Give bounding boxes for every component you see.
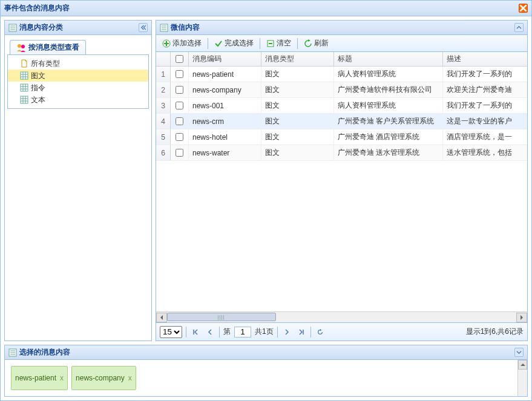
category-panel-title: 消息内容分类 [19, 22, 63, 33]
prev-page-button[interactable] [205, 327, 215, 337]
table-row[interactable]: 5news-hotel图文广州爱奇迪 酒店管理系统酒店管理系统，是一 [156, 129, 527, 145]
separator [208, 38, 208, 49]
refresh-button[interactable]: 刷新 [300, 37, 332, 50]
tag-label: news-patient [15, 374, 56, 382]
tag-label: news-company [76, 374, 125, 382]
row-checkbox[interactable] [176, 133, 183, 141]
category-panel-header: 消息内容分类 [5, 21, 151, 35]
window-close-button[interactable] [519, 4, 528, 13]
cell-title: 病人资料管理系统 [334, 67, 443, 82]
col-header-title[interactable]: 标题 [334, 52, 443, 66]
scroll-up-arrow[interactable] [518, 360, 527, 370]
cell-desc: 这是一款专业的客户 [443, 114, 527, 129]
svg-rect-11 [21, 84, 28, 91]
col-header-code[interactable]: 消息编码 [189, 52, 261, 66]
done-label: 完成选择 [225, 38, 254, 48]
row-checkbox[interactable] [176, 149, 183, 157]
next-page-button[interactable] [281, 327, 292, 337]
row-checkbox[interactable] [176, 102, 183, 109]
window-title: 事件包含的消息内容 [4, 3, 70, 13]
cell-desc: 欢迎关注广州爱奇迪 [443, 82, 527, 97]
cell-title: 广州爱奇迪 酒店管理系统 [334, 129, 443, 145]
plus-icon [162, 39, 171, 48]
window-body: 消息内容分类 按消息类型查看 所有类型图文指令文本 [1, 16, 531, 400]
cell-type: 图文 [261, 67, 334, 82]
cell-desc: 酒店管理系统，是一 [443, 129, 527, 145]
tree: 所有类型图文指令文本 [7, 54, 149, 109]
toolbar: 添加选择 完成选择 清空 刷新 [156, 35, 527, 52]
grid-icon [20, 83, 28, 92]
row-checkbox[interactable] [176, 117, 183, 125]
cell-code: news-company [189, 82, 261, 97]
row-index: 4 [156, 114, 171, 129]
table-row[interactable]: 2news-company图文广州爱奇迪软件科技有限公司欢迎关注广州爱奇迪 [156, 82, 527, 98]
row-index: 1 [156, 67, 171, 82]
content-panel-title: 微信内容 [171, 22, 200, 33]
cell-type: 图文 [261, 145, 334, 160]
cell-desc: 送水管理系统，包括 [443, 145, 527, 160]
tree-item-label: 文本 [31, 95, 45, 105]
last-page-button[interactable] [296, 327, 307, 337]
table-row[interactable]: 3news-001图文病人资料管理系统我们开发了一系列的 [156, 98, 527, 114]
selected-body: news-patientxnews-companyx [5, 360, 527, 396]
col-rownum [156, 52, 171, 66]
page-icon [20, 59, 28, 68]
people-icon [16, 43, 26, 53]
grid-icon [20, 71, 28, 80]
page-prefix: 第 [223, 327, 231, 337]
category-panel: 消息内容分类 按消息类型查看 所有类型图文指令文本 [4, 20, 152, 341]
content-panel-header: 微信内容 [156, 21, 527, 35]
page-size-select[interactable]: 15 [160, 326, 182, 338]
clear-button[interactable]: 清空 [263, 37, 295, 50]
scroll-left-arrow[interactable] [156, 313, 167, 322]
select-all-checkbox[interactable] [176, 55, 183, 63]
done-selection-button[interactable]: 完成选择 [211, 37, 257, 50]
collapse-left-button[interactable] [139, 23, 148, 32]
col-checkbox [171, 52, 189, 66]
row-index: 2 [156, 82, 171, 97]
page-number-input[interactable] [234, 327, 251, 337]
row-checkbox-cell [171, 129, 189, 145]
cell-type: 图文 [261, 114, 334, 129]
list-icon [160, 24, 168, 32]
tree-item[interactable]: 文本 [8, 94, 148, 106]
tab-by-type[interactable]: 按消息类型查看 [10, 40, 86, 54]
clear-label: 清空 [277, 38, 291, 48]
row-checkbox[interactable] [176, 70, 183, 78]
cell-code: news-hotel [189, 129, 261, 145]
collapse-bottom-button[interactable] [514, 348, 524, 357]
tree-item[interactable]: 图文 [8, 70, 148, 82]
horizontal-scrollbar[interactable] [156, 311, 527, 322]
cell-type: 图文 [261, 98, 334, 113]
pager-refresh-button[interactable] [315, 327, 326, 337]
vertical-scrollbar[interactable] [517, 360, 527, 396]
selected-panel-header: 选择的消息内容 [5, 345, 527, 360]
display-info: 显示1到6,共6记录 [466, 327, 524, 337]
scroll-thumb[interactable] [167, 313, 276, 321]
total-pages: 共1页 [255, 327, 274, 337]
refresh-label: 刷新 [314, 38, 329, 48]
tree-item[interactable]: 所有类型 [8, 57, 148, 70]
tag-remove-button[interactable]: x [60, 374, 64, 382]
table-row[interactable]: 6news-water图文广州爱奇迪 送水管理系统送水管理系统，包括 [156, 145, 527, 161]
row-checkbox-cell [171, 82, 189, 97]
col-header-type[interactable]: 消息类型 [261, 52, 334, 66]
collapse-right-button[interactable] [514, 23, 524, 32]
row-index: 6 [156, 145, 171, 160]
tag-remove-button[interactable]: x [128, 374, 132, 382]
first-page-button[interactable] [190, 327, 201, 337]
scroll-right-arrow[interactable] [516, 313, 527, 322]
dialog-window: 事件包含的消息内容 消息内容分类 [0, 0, 532, 401]
table-row[interactable]: 4news-crm图文广州爱奇迪 客户关系管理系统这是一款专业的客户 [156, 114, 527, 129]
col-header-desc[interactable]: 描述 [443, 52, 527, 66]
check-icon [214, 39, 223, 48]
selected-panel: 选择的消息内容 news-patientxnews-companyx [4, 345, 528, 397]
add-selection-button[interactable]: 添加选择 [159, 37, 205, 50]
cell-title: 病人资料管理系统 [334, 98, 443, 113]
svg-rect-16 [21, 96, 28, 103]
table-row[interactable]: 1news-patient图文病人资料管理系统我们开发了一系列的 [156, 67, 527, 82]
content-panel: 微信内容 添加选择 完成选择 [156, 20, 528, 341]
row-checkbox[interactable] [176, 86, 183, 94]
tree-item[interactable]: 指令 [8, 82, 148, 94]
separator [260, 38, 260, 49]
